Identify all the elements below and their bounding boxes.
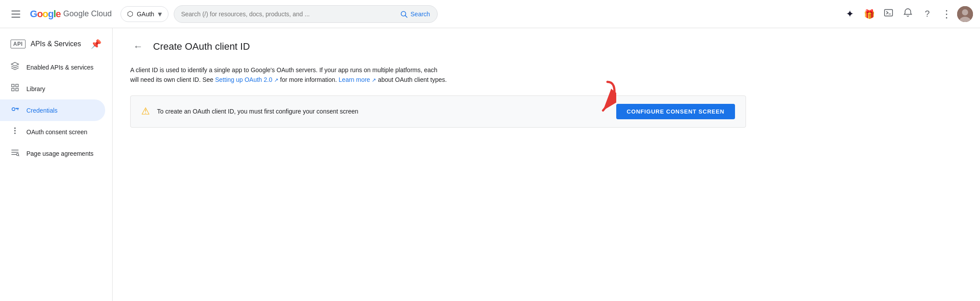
- svg-rect-8: [16, 84, 18, 87]
- gift-icon: 🎁: [864, 9, 875, 19]
- configure-consent-screen-button[interactable]: CONFIGURE CONSENT SCREEN: [616, 104, 735, 119]
- project-name: GAuth: [137, 11, 154, 18]
- more-icon: ⋮: [941, 8, 952, 20]
- enabled-apis-label: Enabled APIs & services: [26, 64, 94, 71]
- cloud-text: Google Cloud: [63, 9, 112, 18]
- nav-icons: ✦ 🎁 ? ⋮: [841, 5, 973, 23]
- credentials-label: Credentials: [26, 107, 58, 114]
- back-icon: ←: [133, 41, 143, 52]
- google-cloud-logo[interactable]: Google Google Cloud: [30, 8, 112, 20]
- sidebar-title: APIs & Services: [31, 40, 81, 48]
- project-dot-icon: ⬡: [127, 10, 133, 18]
- svg-point-15: [14, 130, 15, 131]
- sidebar-item-page-usage[interactable]: Page usage agreements: [0, 143, 105, 164]
- learn-more-link[interactable]: Learn more ↗: [339, 76, 378, 83]
- svg-rect-10: [16, 88, 18, 91]
- oauth-setup-link[interactable]: Setting up OAuth 2.0 ↗: [215, 76, 280, 83]
- external-link-icon-2: ↗: [372, 77, 376, 83]
- svg-rect-9: [12, 88, 15, 91]
- hamburger-icon: [11, 11, 20, 18]
- sidebar-header: API APIs & Services 📌: [0, 33, 112, 56]
- avatar-image: [957, 6, 973, 22]
- hamburger-menu[interactable]: [7, 5, 25, 23]
- svg-point-5: [962, 9, 968, 15]
- sidebar-item-enabled-apis[interactable]: Enabled APIs & services: [0, 56, 105, 78]
- avatar[interactable]: [957, 6, 973, 22]
- svg-point-16: [14, 128, 15, 129]
- page-title: Create OAuth client ID: [153, 41, 250, 52]
- content-header: ← Create OAuth client ID: [130, 39, 962, 55]
- search-icon: [400, 10, 408, 18]
- search-button[interactable]: Search: [400, 10, 430, 18]
- enabled-apis-icon: [11, 62, 19, 73]
- chevron-down-icon: ▾: [158, 9, 162, 19]
- page-usage-icon: [11, 148, 19, 159]
- sidebar: API APIs & Services 📌 Enabled APIs & ser…: [0, 28, 113, 301]
- oauth-consent-label: OAuth consent screen: [26, 128, 88, 136]
- library-icon: [11, 83, 19, 94]
- terminal-button[interactable]: [880, 5, 897, 23]
- help-button[interactable]: ?: [918, 5, 936, 23]
- more-button[interactable]: ⋮: [938, 5, 955, 23]
- project-selector[interactable]: ⬡ GAuth ▾: [121, 6, 168, 22]
- svg-line-22: [18, 155, 19, 156]
- sparkle-button[interactable]: ✦: [841, 5, 859, 23]
- svg-rect-2: [885, 10, 892, 16]
- search-bar[interactable]: Search: [174, 5, 438, 23]
- bell-button[interactable]: [899, 5, 917, 23]
- svg-line-1: [406, 15, 407, 17]
- warning-left: ⚠ To create an OAuth client ID, you must…: [141, 106, 358, 117]
- pin-icon: 📌: [91, 39, 102, 49]
- main-content: ← Create OAuth client ID A client ID is …: [113, 28, 980, 301]
- sidebar-item-library[interactable]: Library: [0, 78, 105, 99]
- terminal-icon: [884, 8, 893, 20]
- library-label: Library: [26, 85, 45, 92]
- sparkle-icon: ✦: [846, 8, 854, 20]
- external-link-icon-1: ↗: [274, 77, 278, 83]
- bell-icon: [903, 8, 913, 20]
- credentials-icon: [11, 105, 19, 116]
- red-arrow-annotation: [572, 80, 616, 115]
- back-button[interactable]: ←: [130, 39, 146, 55]
- oauth-consent-icon: [11, 126, 19, 137]
- google-g-icon: Google: [30, 8, 61, 20]
- warning-banner: ⚠ To create an OAuth client ID, you must…: [130, 95, 746, 128]
- warning-icon: ⚠: [141, 106, 150, 117]
- sidebar-item-oauth-consent[interactable]: OAuth consent screen: [0, 121, 105, 143]
- main-layout: API APIs & Services 📌 Enabled APIs & ser…: [0, 28, 980, 301]
- svg-rect-7: [12, 84, 15, 87]
- svg-point-17: [14, 132, 15, 134]
- gift-button[interactable]: 🎁: [860, 5, 878, 23]
- api-badge: API: [11, 40, 26, 48]
- description-text: A client ID is used to identify a single…: [130, 65, 447, 85]
- help-icon: ?: [925, 9, 929, 19]
- warning-message: To create an OAuth client ID, you must f…: [157, 108, 358, 115]
- page-usage-label: Page usage agreements: [26, 150, 94, 157]
- svg-point-11: [12, 108, 15, 111]
- top-nav: Google Google Cloud ⬡ GAuth ▾ Search ✦ 🎁: [0, 0, 980, 28]
- sidebar-item-credentials[interactable]: Credentials: [0, 99, 105, 121]
- search-input[interactable]: [181, 11, 400, 18]
